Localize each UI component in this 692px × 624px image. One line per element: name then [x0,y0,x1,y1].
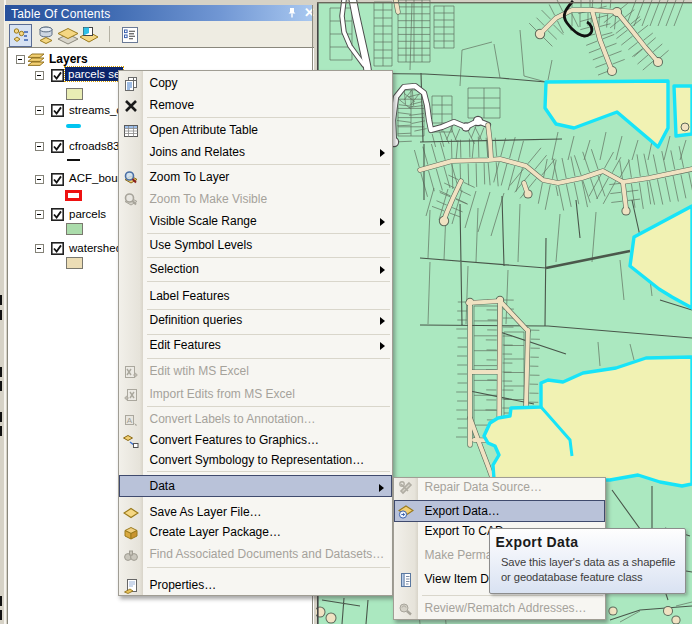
svg-text:A: A [127,415,133,424]
